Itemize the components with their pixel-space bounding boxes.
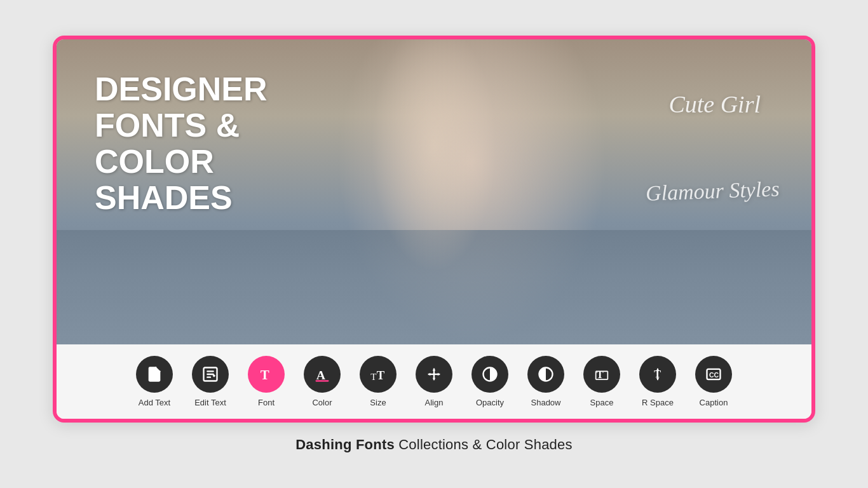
svg-text:T: T xyxy=(261,367,269,383)
bottom-description: Dashing Fonts Collections & Color Shades xyxy=(295,437,573,453)
add-text-tool[interactable]: Add Text xyxy=(136,356,173,407)
align-label: Align xyxy=(425,398,444,407)
add-text-label: Add Text xyxy=(139,398,170,407)
figure-overlay xyxy=(332,39,536,344)
svg-marker-11 xyxy=(438,372,440,376)
size-icon: T T xyxy=(360,356,397,393)
bottom-bold: Dashing Fonts xyxy=(295,437,395,452)
opacity-icon xyxy=(471,356,508,393)
main-container: DESIGNERFONTS &COLORSHADES Cute Girl Gla… xyxy=(53,36,815,423)
svg-rect-5 xyxy=(316,380,329,381)
edit-text-tool[interactable]: Edit Text xyxy=(192,356,229,407)
svg-text:T: T xyxy=(377,369,385,382)
opacity-tool[interactable]: Opacity xyxy=(471,356,508,407)
svg-marker-13 xyxy=(433,377,436,380)
space-icon: T xyxy=(583,356,620,393)
align-icon xyxy=(416,356,452,393)
svg-marker-10 xyxy=(428,372,431,376)
font-tool[interactable]: T Font xyxy=(248,356,285,407)
headline-text: DESIGNERFONTS &COLORSHADES xyxy=(95,71,268,217)
svg-marker-12 xyxy=(433,368,436,370)
edit-text-icon xyxy=(192,356,229,393)
r-space-tool[interactable]: T R Space xyxy=(639,356,676,407)
opacity-label: Opacity xyxy=(476,398,504,407)
shadow-icon xyxy=(527,356,564,393)
space-label: Space xyxy=(590,398,614,407)
color-tool[interactable]: A Color xyxy=(304,356,341,407)
shadow-label: Shadow xyxy=(531,398,561,407)
glamour-styles-text: Glamour Styles xyxy=(646,177,780,205)
toolbar: Add Text Edit Text T Font xyxy=(57,344,811,419)
font-icon: T xyxy=(248,356,285,393)
space-tool[interactable]: T Space xyxy=(583,356,620,407)
align-tool[interactable]: Align xyxy=(416,356,452,407)
shadow-tool[interactable]: Shadow xyxy=(527,356,564,407)
bottom-normal: Collections & Color Shades xyxy=(395,437,573,452)
image-area: DESIGNERFONTS &COLORSHADES Cute Girl Gla… xyxy=(57,39,811,344)
svg-text:T: T xyxy=(597,368,604,380)
size-label: Size xyxy=(370,398,386,407)
caption-icon: CC xyxy=(695,356,732,393)
caption-tool[interactable]: CC Caption xyxy=(695,356,732,407)
font-label: Font xyxy=(258,398,275,407)
r-space-label: R Space xyxy=(642,398,674,407)
r-space-icon: T xyxy=(639,356,676,393)
svg-text:CC: CC xyxy=(709,370,719,378)
edit-text-label: Edit Text xyxy=(194,398,226,407)
svg-text:T: T xyxy=(370,371,376,382)
cute-girl-text: Cute Girl xyxy=(668,90,761,118)
add-text-icon xyxy=(136,356,173,393)
svg-text:A: A xyxy=(316,368,326,382)
color-label: Color xyxy=(312,398,332,407)
color-icon: A xyxy=(304,356,341,393)
size-tool[interactable]: T T Size xyxy=(360,356,397,407)
caption-label: Caption xyxy=(700,398,728,407)
